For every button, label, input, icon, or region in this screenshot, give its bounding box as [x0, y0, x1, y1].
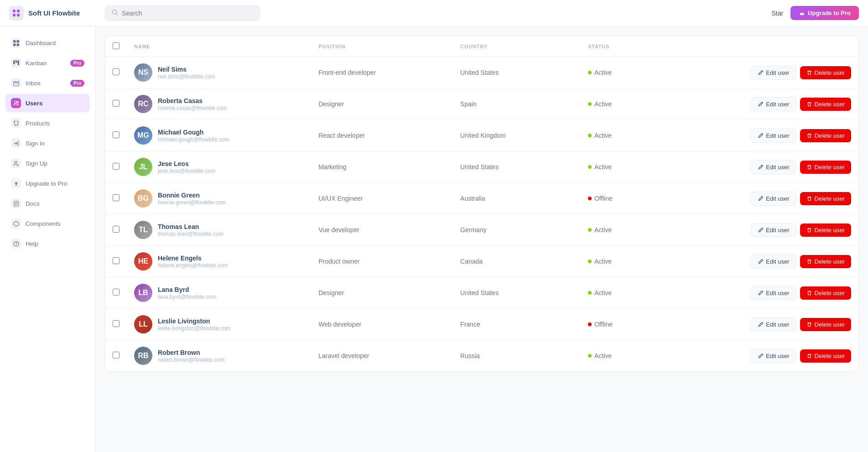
user-info-6: TL Thomas Lean thomas.lean@flowbite.com [134, 221, 304, 239]
row-name-cell: LL Leslie Livingston leslie.livingston@f… [127, 309, 311, 340]
row-status-cell: Active [581, 277, 680, 309]
user-country-1: United States [460, 69, 499, 76]
status-dot-7 [588, 260, 592, 263]
row-country-cell: Canada [453, 246, 581, 277]
edit-user-button-8[interactable]: Edit user [751, 286, 796, 300]
select-all-checkbox[interactable] [113, 42, 120, 49]
row-country-cell: United States [453, 57, 581, 88]
sidebar-item-inbox[interactable]: Inbox Pro [5, 74, 90, 92]
avatar-7: HE [134, 252, 152, 270]
user-position-10: Laravel developer [318, 352, 369, 359]
status-badge-7: Active [588, 258, 673, 265]
row-name-cell: LB Lana Byrd lana.byrd@flowbite.com [127, 277, 311, 309]
sidebar-icon-users [11, 98, 21, 108]
delete-user-button-2[interactable]: Delete user [800, 98, 851, 111]
sidebar-item-products[interactable]: Products [5, 114, 90, 132]
row-checkbox-4[interactable] [113, 163, 120, 170]
row-actions-cell: Edit user Delete user [680, 246, 858, 277]
edit-user-button-3[interactable]: Edit user [751, 129, 796, 143]
actions-3: Edit user Delete user [687, 129, 851, 143]
row-checkbox-9[interactable] [113, 320, 120, 327]
user-email-7: helene.engels@flowbite.com [158, 262, 228, 269]
user-country-2: Spain [460, 100, 477, 108]
user-email-4: jese.leos@flowbite.com [158, 168, 215, 174]
delete-user-button-7[interactable]: Delete user [800, 255, 851, 268]
logo-text: Soft UI Flowbite [28, 9, 80, 17]
sidebar-icon-signin [11, 138, 21, 148]
row-country-cell: Russia [453, 340, 581, 372]
user-info-10: RB Robert Brown robert.brown@flowbite.co… [134, 347, 304, 365]
row-checkbox-3[interactable] [113, 131, 120, 138]
edit-user-button-1[interactable]: Edit user [751, 66, 796, 80]
delete-user-button-4[interactable]: Delete user [800, 161, 851, 174]
star-label: Star [771, 10, 783, 17]
search-input[interactable] [122, 10, 253, 17]
row-checkbox-6[interactable] [113, 226, 120, 233]
sidebar-item-components[interactable]: Components [5, 214, 90, 233]
edit-icon [758, 70, 764, 76]
delete-user-button-6[interactable]: Delete user [800, 223, 851, 237]
status-dot-2 [588, 102, 592, 106]
edit-icon [758, 164, 764, 170]
delete-user-button-1[interactable]: Delete user [800, 66, 851, 79]
table-row: BG Bonnie Green bonnie.green@flowbite.co… [105, 183, 858, 214]
row-name-cell: TL Thomas Lean thomas.lean@flowbite.com [127, 214, 311, 246]
sidebar-item-docs[interactable]: Docs [5, 194, 90, 213]
user-email-6: thomas.lean@flowbite.com [158, 231, 223, 237]
status-dot-6 [588, 228, 592, 232]
row-position-cell: Web developer [311, 309, 453, 340]
row-checkbox-5[interactable] [113, 194, 120, 201]
sidebar-item-dashboard[interactable]: Dashboard [5, 34, 90, 52]
delete-label-9: Delete user [815, 321, 845, 328]
delete-user-button-10[interactable]: Delete user [800, 349, 851, 363]
svg-rect-0 [13, 10, 16, 12]
row-checkbox-10[interactable] [113, 352, 120, 358]
user-text-10: Robert Brown robert.brown@flowbite.com [158, 349, 224, 363]
users-table-body: NS Neil Sims neil.sims@flowbite.com Fron… [105, 57, 858, 372]
delete-user-button-8[interactable]: Delete user [800, 286, 851, 300]
edit-user-button-5[interactable]: Edit user [751, 192, 796, 206]
row-position-cell: Product owner [311, 246, 453, 277]
sidebar-item-help[interactable]: Help [5, 234, 90, 253]
table-row: NS Neil Sims neil.sims@flowbite.com Fron… [105, 57, 858, 88]
delete-user-button-9[interactable]: Delete user [800, 318, 851, 331]
edit-user-button-4[interactable]: Edit user [751, 160, 796, 174]
row-status-cell: Active [581, 57, 680, 88]
edit-user-button-2[interactable]: Edit user [751, 97, 796, 111]
row-checkbox-cell [105, 277, 127, 309]
delete-user-button-3[interactable]: Delete user [800, 129, 851, 142]
edit-icon [758, 322, 764, 327]
row-checkbox-cell [105, 214, 127, 246]
row-status-cell: Active [581, 120, 680, 151]
sidebar-item-signin[interactable]: Sign In [5, 134, 90, 152]
avatar-1: NS [134, 63, 152, 82]
sidebar-item-signup[interactable]: Sign Up [5, 154, 90, 172]
sidebar-label-docs: Docs [26, 200, 84, 207]
edit-icon [758, 196, 764, 202]
edit-user-button-10[interactable]: Edit user [751, 349, 796, 363]
sidebar-item-users[interactable]: Users [5, 94, 90, 112]
header-checkbox-col [105, 36, 127, 57]
user-name-3: Michael Gough [158, 129, 229, 136]
row-checkbox-7[interactable] [113, 257, 120, 264]
delete-label-10: Delete user [815, 353, 845, 359]
sidebar-item-kanban[interactable]: Kanban Pro [5, 54, 90, 72]
upgrade-button[interactable]: Upgrade to Pro [790, 6, 859, 20]
status-text-8: Active [594, 289, 612, 296]
user-text-7: Helene Engels helene.engels@flowbite.com [158, 255, 228, 269]
delete-user-button-5[interactable]: Delete user [800, 192, 851, 205]
row-checkbox-8[interactable] [113, 289, 120, 296]
row-status-cell: Active [581, 214, 680, 246]
row-checkbox-2[interactable] [113, 100, 120, 107]
sidebar-label-signin: Sign In [26, 140, 84, 147]
search-bar[interactable] [105, 5, 260, 21]
row-position-cell: Designer [311, 88, 453, 120]
sidebar-item-upgrade[interactable]: Upgrade to Pro [5, 174, 90, 192]
edit-user-button-7[interactable]: Edit user [751, 255, 796, 269]
edit-user-button-9[interactable]: Edit user [751, 317, 796, 332]
delete-icon [806, 259, 812, 265]
user-position-9: Web developer [318, 321, 361, 328]
row-checkbox-1[interactable] [113, 68, 120, 75]
edit-user-button-6[interactable]: Edit user [751, 223, 796, 237]
sidebar: Dashboard Kanban Pro Inbox Pro Users P [0, 26, 96, 452]
